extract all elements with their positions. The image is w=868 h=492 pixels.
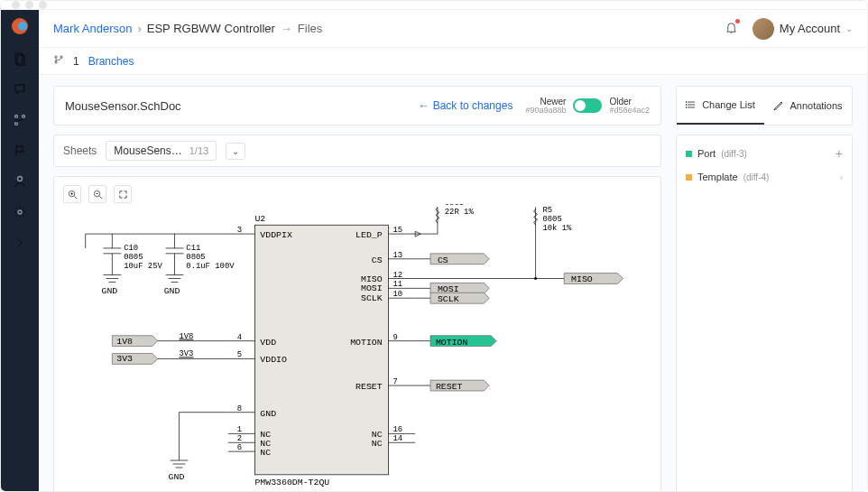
window-controls [1,1,867,10]
zoom-out-button[interactable] [88,185,106,203]
svg-text:0805: 0805 [542,215,561,224]
back-to-changes-link[interactable]: ← Back to changes [419,99,513,112]
sheets-bar: Sheets MouseSens… 1/13 ⌄ [53,135,661,167]
svg-text:1V8: 1V8 [116,337,133,347]
sidebar-flag-icon[interactable] [13,144,27,158]
change-list: Port (diff-3) + Template (diff-4) › [676,135,853,492]
change-name: Port [697,148,716,159]
svg-text:SCLK: SCLK [438,294,459,304]
branches-bar: 1 Branches [39,48,867,75]
traffic-light-min[interactable] [25,1,33,9]
svg-text:3: 3 [237,226,242,235]
svg-text:NC: NC [260,448,271,458]
svg-text:MOTION: MOTION [350,338,383,348]
breadcrumb-project[interactable]: ESP RGBWW Controller [147,22,275,35]
account-label: My Account [780,22,840,35]
svg-text:10uF 25V: 10uF 25V [124,262,162,271]
traffic-light-max[interactable] [39,1,47,9]
svg-point-9 [55,56,57,58]
arrow-right-icon: → [281,22,292,35]
svg-text:12: 12 [393,271,403,280]
svg-point-11 [60,56,62,58]
tab-change-list[interactable]: Change List [677,87,764,125]
app-logo [11,17,29,35]
svg-text:7: 7 [393,377,398,386]
svg-text:PMW3360DM-T2QU: PMW3360DM-T2QU [254,478,329,487]
svg-text:GND: GND [164,286,180,296]
svg-line-13 [74,196,77,199]
sidebar-settings-icon[interactable] [13,205,27,219]
sidebar-files-icon[interactable] [13,51,27,66]
svg-text:VDD: VDD [260,338,276,348]
breadcrumb: Mark Anderson › ESP RGBWW Controller → F… [39,10,867,48]
branches-link[interactable]: Branches [88,55,134,68]
svg-point-10 [55,61,57,63]
version-toggle[interactable] [573,98,602,113]
svg-text:LED_P: LED_P [356,230,383,240]
svg-text:SCLK: SCLK [361,293,383,303]
account-menu[interactable]: My Account ⌄ [753,18,853,40]
svg-text:GND: GND [260,409,276,419]
avatar [753,18,774,40]
traffic-light-close[interactable] [12,1,20,9]
svg-text:C11: C11 [186,244,200,253]
breadcrumb-path: Files [298,22,322,35]
svg-text:9: 9 [393,333,398,342]
svg-point-4 [15,116,18,118]
svg-text:16: 16 [393,425,403,434]
svg-text:1: 1 [237,425,242,434]
sidebar-branches-icon[interactable] [13,113,27,127]
change-color-icon [686,174,692,181]
svg-text:0805: 0805 [186,253,205,262]
change-item[interactable]: Template (diff-4) › [677,166,852,188]
right-tabs: Change List Annotations [676,86,853,125]
svg-text:11: 11 [393,280,403,289]
sidebar-collapse-icon[interactable] [13,236,27,250]
sheets-select[interactable]: MouseSens… 1/13 [106,141,217,161]
svg-text:U2: U2 [254,214,265,224]
svg-text:CS: CS [372,255,383,265]
svg-point-7 [18,177,23,181]
svg-text:22R 1%: 22R 1% [445,208,475,217]
svg-point-1 [18,22,27,31]
svg-text:2: 2 [237,434,242,443]
change-diff: (diff-3) [721,149,747,159]
fullscreen-button[interactable] [114,185,132,203]
sheets-current: MouseSens… [114,144,181,157]
change-color-icon [686,151,692,157]
svg-text:3V3: 3V3 [179,349,193,358]
schematic-canvas[interactable]: U2 PMW3360DM-T2QU 3VDDPIX 4VDD 5VDDIO 8G… [63,204,651,492]
svg-text:4: 4 [237,333,242,342]
change-name: Template [697,172,738,182]
diff-toggle: Newer #90a9a88b Older #d58e4ac2 [525,97,650,116]
newer-label: Newer [540,97,567,107]
svg-point-134 [686,102,687,103]
sheets-dropdown[interactable]: ⌄ [226,143,245,160]
breadcrumb-user[interactable]: Mark Anderson [53,22,132,35]
chevron-down-icon: ⌄ [845,23,853,33]
change-item[interactable]: Port (diff-3) + [677,141,852,166]
svg-text:GND: GND [101,286,117,296]
svg-text:MOSI: MOSI [361,283,383,293]
branches-count: 1 [73,55,79,68]
notifications-icon[interactable] [725,21,738,37]
arrow-left-icon: ← [419,99,429,112]
svg-text:VDDIO: VDDIO [260,355,287,365]
sidebar-user-icon[interactable] [13,174,27,189]
svg-text:VDDPIX: VDDPIX [260,230,292,240]
zoom-in-button[interactable] [63,185,81,203]
sidebar-comments-icon[interactable] [13,82,27,97]
svg-point-8 [18,210,22,214]
branch-icon [53,54,64,68]
svg-point-6 [23,116,25,118]
svg-text:CS: CS [438,255,448,265]
svg-text:C10: C10 [124,244,138,253]
file-title: MouseSensor.SchDoc [65,99,181,113]
svg-line-17 [99,196,102,199]
svg-text:8: 8 [237,404,242,413]
svg-text:RESET: RESET [356,382,383,392]
svg-rect-20 [254,225,388,475]
sidebar [1,10,39,492]
add-icon[interactable]: + [836,146,843,161]
tab-annotations[interactable]: Annotations [764,87,852,125]
